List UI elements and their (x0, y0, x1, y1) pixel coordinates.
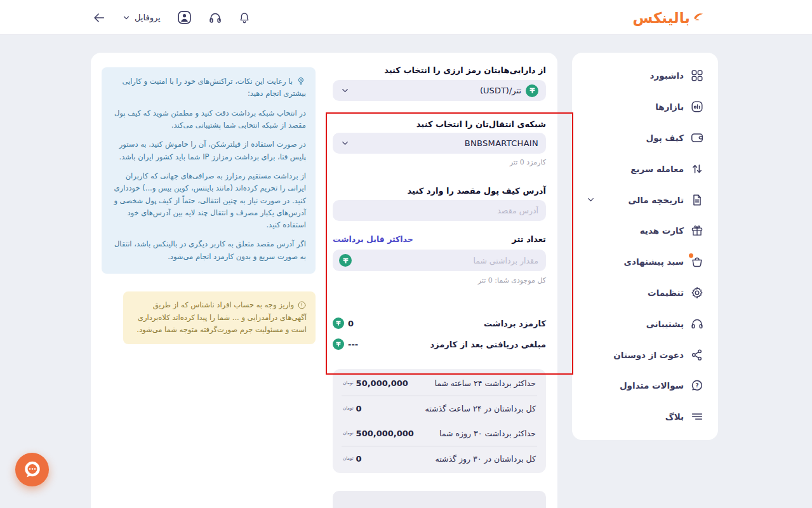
avatar-icon[interactable] (176, 10, 192, 25)
tether-icon (333, 338, 344, 350)
address-label: آدرس کیف پول مقصد را وارد کنید (333, 186, 546, 196)
back-arrow-icon[interactable] (92, 11, 106, 25)
toman-currency-symbol: تومان (343, 457, 354, 461)
sidebar-item-label: کیف پول (646, 133, 684, 143)
sidebar-item-faq[interactable]: ? سوالات متداول (572, 370, 718, 401)
table-row: کل برداشتان در ۲۴ ساعت گذشته 0تومان (333, 396, 546, 421)
tips-column: با رعایت این نکات، تراکنش‌های خود را با … (102, 67, 316, 344)
sidebar-item-suggested-basket[interactable]: سبد پیشنهادی (572, 246, 718, 277)
sidebar-item-label: بلاگ (665, 411, 684, 422)
table-row: حداکثر برداشت ۲۴ ساعته شما 50,000,000توم… (333, 371, 546, 396)
sidebar-item-blog[interactable]: بلاگ (572, 401, 718, 432)
dashboard-icon (690, 69, 704, 83)
settings-gear-icon (690, 286, 704, 300)
chevron-down-icon (340, 86, 350, 95)
sidebar-item-label: معامله سریع (630, 164, 684, 174)
top-header: بالینکس پروفایل (0, 0, 812, 35)
sidebar-nav: داشبورد بازارها کیف پول معامله سریع (572, 53, 718, 440)
warning-icon (297, 300, 307, 310)
sidebar-item-label: کارت هدیه (640, 225, 684, 236)
logo-swoosh-icon (693, 11, 705, 23)
asset-select-value: تتر/(USDT) (480, 86, 521, 95)
sidebar-item-support[interactable]: پشتیبانی (572, 308, 718, 339)
history-receipt-icon (690, 193, 704, 207)
sidebar-item-settings[interactable]: تنظیمات (572, 277, 718, 309)
support-headphones-icon[interactable] (208, 11, 222, 25)
lightbulb-icon (296, 76, 306, 86)
sidebar-item-label: دعوت از دوستان (613, 350, 684, 360)
faq-bubble-icon: ? (690, 378, 704, 392)
chevron-down-icon (122, 13, 131, 22)
sidebar-item-label: داشبورد (649, 70, 684, 81)
toman-currency-symbol: تومان (343, 406, 354, 411)
asset-select-label: از دارایی‌هایتان رمز ارزی را انتخاب کنید (333, 65, 546, 75)
network-select-label: شبکه‌ی انتقال‌تان را انتخاب کنید (333, 119, 546, 129)
tip-paragraph: در انتخاب شبکه برداشت دقت کنید و مطمئن ش… (111, 107, 306, 132)
sidebar-item-quick-trade[interactable]: معامله سریع (572, 153, 718, 184)
submit-button-cutoff[interactable] (333, 491, 546, 508)
sidebar-item-label: تنظیمات (648, 288, 684, 298)
sidebar-item-invite-friends[interactable]: دعوت از دوستان (572, 339, 718, 370)
profile-dropdown[interactable]: پروفایل (122, 13, 161, 22)
profile-label: پروفایل (135, 13, 161, 22)
markets-icon (690, 100, 704, 114)
balance-note: کل موجودی شما: 0 تتر (333, 276, 546, 284)
invite-friends-icon (690, 348, 704, 362)
network-select-value: BNBSMARTCHAIN (465, 138, 538, 148)
sidebar-item-label: بازارها (655, 102, 684, 112)
tips-panel: با رعایت این نکات، تراکنش‌های خود را با … (102, 67, 316, 274)
net-amount-row: مبلغی دریافتی بعد از کارمزد --- (333, 338, 546, 350)
sidebar-item-gift-card[interactable]: کارت هدیه (572, 215, 718, 246)
tip-paragraph: با رعایت این نکات، تراکنش‌های خود را با … (111, 76, 306, 100)
withdraw-card: با رعایت این نکات، تراکنش‌های خود را با … (91, 53, 557, 508)
tip-paragraph: در صورت استفاده از فیلترشکن، آن را خاموش… (111, 138, 306, 163)
sidebar-item-label: تاریخچه مالی (629, 195, 684, 205)
amount-label: تعداد تتر (512, 234, 546, 244)
withdraw-fee-value: 0 (333, 318, 354, 329)
brand-logo[interactable]: بالینکس (632, 0, 705, 35)
withdraw-form: از دارایی‌هایتان رمز ارزی را انتخاب کنید… (333, 65, 546, 508)
sidebar-item-wallet[interactable]: کیف پول (572, 123, 718, 154)
net-amount-label: مبلغی دریافتی بعد از کارمزد (430, 340, 546, 349)
toman-currency-symbol: تومان (343, 381, 354, 385)
header-actions: پروفایل (92, 0, 251, 35)
withdraw-fee-label: کارمزد برداشت (484, 319, 546, 328)
toman-currency-symbol: تومان (343, 431, 354, 436)
tether-icon (333, 318, 344, 329)
table-row: حداکثر برداشت ۳۰ روزه شما 500,000,000توم… (333, 421, 546, 446)
chat-support-button[interactable] (15, 453, 49, 486)
sidebar-item-financial-history[interactable]: تاریخچه مالی (572, 184, 718, 215)
sidebar-item-markets[interactable]: بازارها (572, 91, 718, 123)
sidebar-item-dashboard[interactable]: داشبورد (572, 60, 718, 91)
blog-lines-icon (690, 410, 704, 424)
asset-select[interactable]: تتر/(USDT) (333, 80, 546, 101)
network-select[interactable]: BNBSMARTCHAIN (333, 133, 546, 154)
logo-text: بالینکس (632, 10, 690, 26)
wallet-icon (690, 131, 704, 145)
net-amount-value: --- (333, 338, 358, 350)
tip-paragraph: اگر آدرس مقصد متعلق به کاربر دیگری در با… (111, 238, 306, 263)
sidebar-item-label: سبد پیشنهادی (624, 257, 684, 267)
gift-card-icon (690, 224, 704, 237)
chevron-down-icon (340, 138, 350, 148)
basket-icon (690, 255, 704, 269)
address-input[interactable] (333, 200, 546, 221)
fraud-warning-panel: واریز وجه به حساب افراد ناشناس که از طری… (123, 291, 316, 344)
amount-input[interactable] (333, 250, 546, 271)
tip-paragraph: از برداشت مستقیم رمزارز به صرافی‌های جها… (111, 170, 306, 232)
sidebar-item-label: پشتیبانی (646, 319, 684, 329)
notifications-bell-icon[interactable] (238, 11, 251, 24)
withdraw-limits-table: حداکثر برداشت ۲۴ ساعته شما 50,000,000توم… (333, 369, 546, 473)
chat-bubble-icon (20, 457, 45, 483)
table-row: کل برداشتان در ۳۰ روز گذشته 0تومان (333, 446, 546, 471)
max-withdraw-link[interactable]: حداکثر قابل برداشت (333, 234, 413, 244)
support-headset-icon (690, 317, 704, 331)
sidebar-item-label: سوالات متداول (620, 380, 684, 391)
tether-icon (526, 84, 538, 97)
tether-icon (339, 254, 352, 267)
svg-text:?: ? (695, 382, 698, 389)
withdraw-fee-row: کارمزد برداشت 0 (333, 318, 546, 329)
chevron-down-icon (586, 195, 596, 204)
network-fee-note: کارمزد 0 تتر (333, 158, 546, 166)
quick-trade-icon (690, 162, 704, 176)
